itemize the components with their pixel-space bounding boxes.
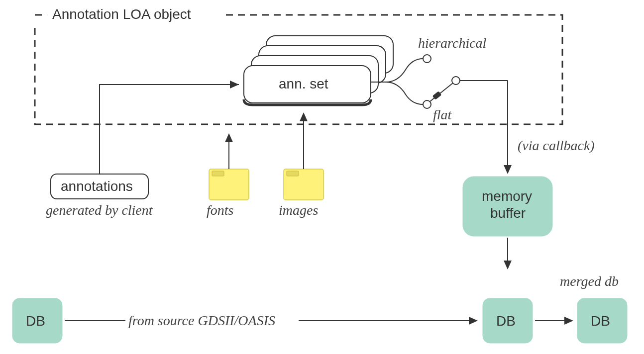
images-folder	[284, 169, 323, 200]
merged-db-label: merged db	[560, 273, 619, 289]
svg-marker-11	[504, 165, 512, 174]
from-source-label: from source GDSII/OASIS	[128, 313, 275, 328]
annotations-label: annotations	[61, 178, 133, 194]
switch-node-flat	[423, 100, 431, 108]
svg-marker-4	[230, 81, 239, 88]
svg-marker-7	[225, 133, 233, 142]
svg-marker-12	[504, 261, 512, 269]
via-callback-label: (via callback)	[518, 138, 595, 153]
flat-label: flat	[433, 107, 452, 122]
loa-container-title: Annotation LOA object	[52, 6, 191, 22]
annotations-sublabel: generated by client	[46, 202, 153, 218]
svg-line-2	[430, 83, 453, 101]
db-mid-label: DB	[496, 313, 516, 329]
db-left-label: DB	[26, 313, 45, 329]
svg-marker-13	[469, 317, 478, 325]
memory-buffer-label-1: memory	[482, 188, 532, 204]
fonts-folder	[209, 169, 249, 200]
fonts-label: fonts	[207, 202, 234, 218]
switch-node-output	[452, 77, 460, 85]
svg-rect-9	[287, 171, 299, 176]
db-right-label: DB	[591, 313, 610, 329]
memory-buffer-label-2: buffer	[490, 205, 526, 221]
svg-marker-14	[564, 317, 573, 325]
switch-node-hierarchical	[423, 55, 431, 63]
annset-label: ann. set	[279, 76, 328, 91]
arrow-annotations-to-annset	[100, 85, 239, 174]
hierarchical-label: hierarchical	[418, 35, 487, 51]
images-label: images	[279, 202, 318, 218]
svg-rect-6	[212, 171, 224, 176]
svg-marker-10	[300, 112, 308, 121]
